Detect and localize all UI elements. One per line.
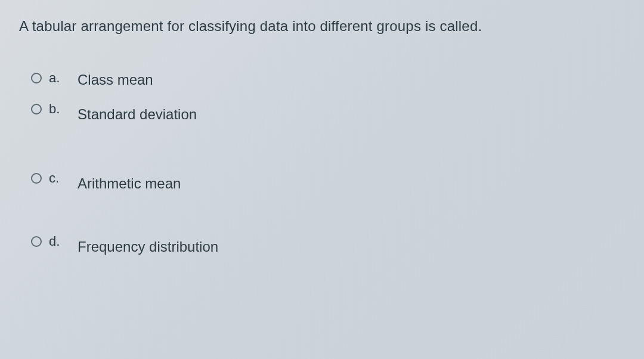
option-c[interactable]: c. Arithmetic mean: [31, 171, 637, 192]
option-text-a: Class mean: [78, 70, 153, 88]
option-letter-a: a.: [49, 70, 67, 86]
option-text-d: Frequency distribution: [78, 234, 218, 255]
option-letter-d: d.: [49, 234, 67, 249]
radio-a[interactable]: [31, 73, 42, 83]
option-b[interactable]: b. Standard deviation: [31, 101, 637, 123]
radio-c[interactable]: [31, 173, 42, 184]
option-d[interactable]: d. Frequency distribution: [31, 234, 637, 255]
radio-d[interactable]: [31, 236, 42, 247]
question-container: A tabular arrangement for classifying da…: [7, 6, 637, 353]
option-a[interactable]: a. Class mean: [31, 70, 637, 88]
option-letter-c: c.: [49, 171, 67, 186]
option-letter-b: b.: [49, 101, 67, 117]
option-text-b: Standard deviation: [78, 101, 197, 123]
radio-b[interactable]: [31, 104, 42, 114]
options-list: a. Class mean b. Standard deviation c. A…: [7, 52, 637, 255]
question-text: A tabular arrangement for classifying da…: [7, 6, 637, 52]
option-text-c: Arithmetic mean: [78, 171, 181, 192]
